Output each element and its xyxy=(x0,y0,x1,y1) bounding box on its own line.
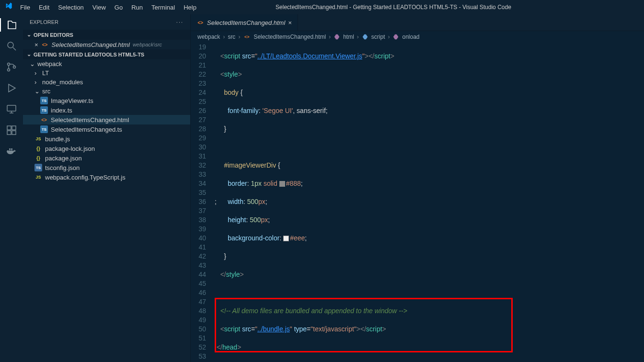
line-numbers: 1920212223242526272829303132333435363738… xyxy=(191,43,215,362)
breadcrumb[interactable]: webpack› src› <>SelectedItemsChanged.htm… xyxy=(191,31,644,43)
project-section[interactable]: ⌄GETTING STARTED LEADTOOLS HTML5-TS xyxy=(23,49,190,59)
js-file-icon: JS xyxy=(34,135,42,143)
menu-bar: File Edit Selection View Go Run Terminal… xyxy=(0,2,200,13)
sidebar: EXPLORER ··· ⌄OPEN EDITORS × <> Selected… xyxy=(23,14,191,362)
svg-point-2 xyxy=(8,63,10,66)
close-icon[interactable]: × xyxy=(34,41,38,48)
run-debug-icon[interactable] xyxy=(5,81,18,95)
svg-point-0 xyxy=(8,42,13,48)
explorer-icon[interactable] xyxy=(0,18,23,32)
menu-go[interactable]: Go xyxy=(111,2,126,13)
vscode-logo-icon xyxy=(5,2,12,10)
ts-file-icon: TS xyxy=(40,97,48,104)
editor-area: <> SelectedItemsChanged.html × webpack› … xyxy=(191,14,644,362)
source-control-icon[interactable] xyxy=(5,60,18,74)
tabs-bar: <> SelectedItemsChanged.html × xyxy=(191,14,644,31)
svg-rect-5 xyxy=(7,105,16,111)
json-file-icon: {} xyxy=(34,145,42,152)
html-file-icon: <> xyxy=(40,116,48,124)
titlebar: File Edit Selection View Go Run Terminal… xyxy=(0,0,644,14)
svg-rect-11 xyxy=(12,131,16,135)
folder-lt[interactable]: ›LT xyxy=(23,68,190,78)
close-tab-icon[interactable]: × xyxy=(288,19,292,26)
open-editor-item[interactable]: × <> SelectedItemsChanged.html webpack\s… xyxy=(23,40,190,49)
html-file-icon: <> xyxy=(41,41,49,48)
search-icon[interactable] xyxy=(5,39,18,53)
svg-rect-10 xyxy=(7,131,11,135)
code-editor[interactable]: 1920212223242526272829303132333435363738… xyxy=(191,43,644,362)
html-file-icon: <> xyxy=(196,19,204,26)
menu-file[interactable]: File xyxy=(16,2,34,13)
window-title: SelectedItemsChanged.html - Getting Star… xyxy=(200,4,586,11)
file-webpack-config-js[interactable]: JSwebpack.config.TypeScript.js xyxy=(23,172,190,182)
json-file-icon: {} xyxy=(34,154,42,162)
file-package-lock-json[interactable]: {}package-lock.json xyxy=(23,144,190,153)
ts-file-icon: TS xyxy=(40,106,48,114)
file-bundle-js[interactable]: JSbundle.js xyxy=(23,134,190,144)
tsconfig-file-icon: TS xyxy=(34,164,42,171)
folder-node-modules[interactable]: ›node_modules xyxy=(23,78,190,87)
file-index-ts[interactable]: TSindex.ts xyxy=(23,105,190,115)
menu-help[interactable]: Help xyxy=(180,2,200,13)
code-content[interactable]: <script src="../LT/Leadtools.Document.Vi… xyxy=(215,43,644,362)
file-package-json[interactable]: {}package.json xyxy=(23,153,190,163)
file-selecteditemschanged-html[interactable]: <>SelectedItemsChanged.html xyxy=(23,115,190,124)
file-tsconfig-json[interactable]: TStsconfig.json xyxy=(23,163,190,172)
svg-line-1 xyxy=(13,47,16,50)
menu-view[interactable]: View xyxy=(89,2,110,13)
file-selecteditemschanged-ts[interactable]: TSSelectedItemsChanged.ts xyxy=(23,124,190,134)
svg-rect-15 xyxy=(9,148,11,150)
svg-rect-8 xyxy=(7,126,11,130)
remote-icon[interactable] xyxy=(5,102,18,116)
element-icon xyxy=(362,34,368,40)
js-file-icon: JS xyxy=(34,173,42,181)
file-imageviewer-ts[interactable]: TSImageViewer.ts xyxy=(23,96,190,105)
folder-src[interactable]: ⌄src xyxy=(23,87,190,96)
element-icon xyxy=(392,34,399,40)
editor-tab[interactable]: <> SelectedItemsChanged.html × xyxy=(191,14,298,31)
docker-icon[interactable] xyxy=(5,145,18,158)
menu-selection[interactable]: Selection xyxy=(54,2,87,13)
element-icon xyxy=(334,34,340,40)
extensions-icon[interactable] xyxy=(5,124,18,137)
folder-webpack[interactable]: ⌄webpack xyxy=(23,59,190,68)
html-file-icon: <> xyxy=(243,33,251,41)
menu-terminal[interactable]: Terminal xyxy=(148,2,179,13)
sidebar-title: EXPLORER ··· xyxy=(23,14,190,30)
svg-rect-9 xyxy=(12,126,16,130)
ts-file-icon: TS xyxy=(40,125,48,133)
open-editors-section[interactable]: ⌄OPEN EDITORS xyxy=(23,30,190,40)
menu-edit[interactable]: Edit xyxy=(35,2,53,13)
svg-rect-16 xyxy=(11,148,12,150)
more-icon[interactable]: ··· xyxy=(176,19,184,25)
menu-run[interactable]: Run xyxy=(127,2,147,13)
activity-bar xyxy=(0,14,23,362)
svg-point-3 xyxy=(8,69,10,71)
